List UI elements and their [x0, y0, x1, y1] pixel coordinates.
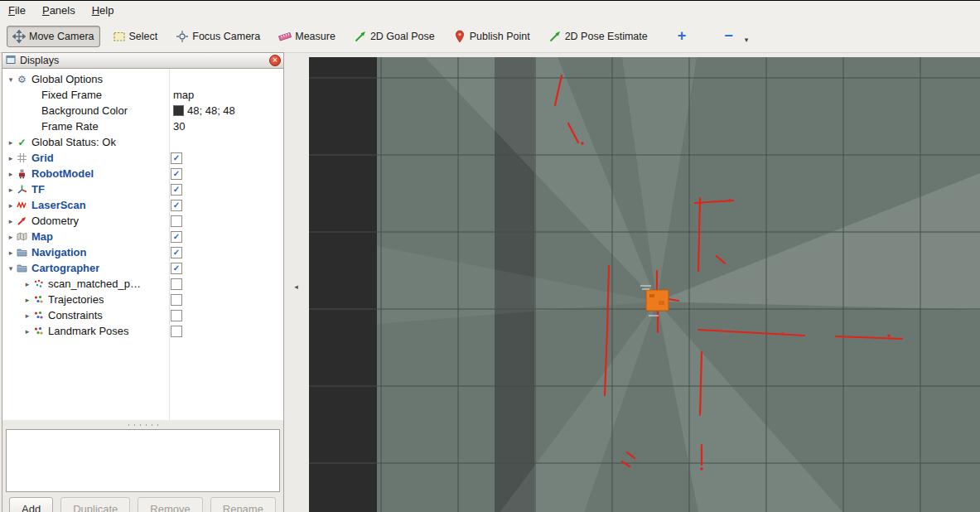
row-label: RobotModel	[31, 167, 94, 180]
tool-label: 2D Pose Estimate	[565, 31, 648, 42]
row-label: Constraints	[48, 309, 103, 321]
expander-icon[interactable]: ▸	[22, 280, 32, 288]
tree-row-scan-matched-points[interactable]: ▸ scan_matched_p…	[2, 276, 283, 292]
tool-select[interactable]: Select	[107, 26, 164, 47]
tree-row-fixed-frame[interactable]: Fixed Frame map	[2, 87, 283, 103]
tree-row-odometry[interactable]: ▸ Odometry	[2, 213, 283, 229]
display-checkbox[interactable]	[171, 278, 182, 290]
expander-icon[interactable]: ▸	[6, 186, 16, 194]
tool-2d-pose-estimate[interactable]: 2D Pose Estimate	[543, 26, 654, 47]
display-checkbox[interactable]: ✓	[171, 152, 182, 164]
menu-help[interactable]: Help	[92, 4, 114, 17]
displays-panel-titlebar[interactable]: Displays ×	[2, 53, 283, 69]
tool-label: 2D Goal Pose	[370, 31, 435, 42]
menu-panels[interactable]: Panels	[42, 4, 75, 17]
odometry-icon	[16, 215, 28, 226]
panel-window-icon	[6, 55, 16, 67]
tree-row-landmark-poses[interactable]: ▸ Landmark Poses	[2, 323, 283, 339]
expander-icon[interactable]: ▸	[6, 249, 16, 257]
folder-icon	[16, 247, 28, 258]
frame-rate-value[interactable]: 30	[173, 118, 185, 134]
tool-label: Measure	[295, 31, 336, 42]
menu-bar: File Panels Help	[0, 1, 980, 21]
row-label: Background Color	[41, 104, 128, 117]
render-viewport[interactable]	[309, 57, 980, 512]
panel-title: Displays	[20, 55, 59, 66]
display-checkbox[interactable]: ✓	[171, 247, 182, 258]
expander-icon[interactable]: ▸	[6, 138, 16, 147]
tree-row-trajectories[interactable]: ▸ Trajectories	[2, 292, 283, 307]
panel-splitter[interactable]	[2, 420, 283, 429]
display-description-box	[6, 429, 280, 492]
expander-icon[interactable]: ▸	[22, 296, 32, 304]
tool-focus-camera[interactable]: Focus Camera	[170, 26, 266, 47]
display-checkbox[interactable]	[171, 294, 182, 306]
row-label: Cartographer	[31, 262, 99, 274]
tree-row-laserscan[interactable]: ▸ LaserScan ✓	[2, 197, 283, 213]
display-checkbox[interactable]: ✓	[171, 200, 182, 211]
tool-2d-goal-pose[interactable]: 2D Goal Pose	[348, 26, 441, 47]
expander-icon[interactable]: ▾	[6, 75, 16, 84]
toolbar-overflow-icon[interactable]: ▾	[745, 36, 749, 44]
remove-tool-button[interactable]: −	[720, 27, 737, 46]
tree-row-robotmodel[interactable]: ▸ RobotModel ✓	[2, 166, 283, 181]
display-checkbox[interactable]	[171, 326, 182, 337]
tree-row-map[interactable]: ▸ Map ✓	[2, 229, 283, 244]
tool-move-camera[interactable]: Move Camera	[7, 26, 100, 47]
expander-icon[interactable]: ▸	[22, 312, 32, 320]
expander-icon[interactable]: ▾	[6, 264, 16, 273]
map-icon	[16, 231, 28, 242]
publish-point-icon	[453, 30, 466, 43]
tool-label: Select	[129, 31, 158, 42]
menu-file[interactable]: File	[8, 4, 26, 17]
expander-icon[interactable]: ▸	[22, 327, 32, 336]
expander-icon[interactable]: ▸	[6, 170, 16, 178]
focus-camera-icon	[176, 30, 189, 43]
tree-row-background-color[interactable]: Background Color 48; 48; 48	[2, 103, 283, 118]
fixed-frame-value[interactable]: map	[173, 87, 194, 103]
displays-tree: ▾ ⚙ Global Options Fixed Frame map Backg…	[2, 69, 283, 420]
dots-icon	[32, 294, 45, 305]
display-checkbox[interactable]: ✓	[171, 168, 182, 180]
tree-row-tf[interactable]: ▸ TF ✓	[2, 181, 283, 197]
tree-row-navigation[interactable]: ▸ Navigation ✓	[2, 244, 283, 260]
expander-icon[interactable]: ▸	[6, 233, 16, 241]
rename-button[interactable]: Rename	[210, 497, 276, 512]
expander-icon[interactable]: ▸	[6, 154, 16, 162]
expander-icon[interactable]: ▸	[6, 217, 16, 225]
row-label: Landmark Poses	[48, 325, 129, 337]
tree-row-global-options[interactable]: ▾ ⚙ Global Options	[2, 71, 283, 87]
select-icon	[113, 30, 126, 43]
row-label: Frame Rate	[41, 120, 99, 133]
dots-icon	[32, 326, 45, 336]
display-checkbox[interactable]: ✓	[171, 231, 182, 243]
tree-row-frame-rate[interactable]: Frame Rate 30	[2, 118, 283, 134]
splitter-collapse-icon[interactable]: ◂	[291, 278, 302, 295]
tree-row-global-status[interactable]: ▸ ✓ Global Status: Ok	[2, 134, 283, 150]
expander-icon[interactable]: ▸	[6, 201, 16, 210]
toolbar: Move Camera Select Focus Camera Measure …	[0, 20, 980, 53]
tree-row-cartographer[interactable]: ▾ Cartographer ✓	[2, 260, 283, 276]
add-tool-button[interactable]: +	[670, 27, 694, 46]
robot-model	[646, 290, 669, 311]
tree-row-constraints[interactable]: ▸ Constraints	[2, 307, 283, 323]
display-checkbox[interactable]: ✓	[171, 263, 182, 274]
tool-measure[interactable]: Measure	[273, 26, 341, 47]
displays-panel: Displays × ▾ ⚙ Global Options Fixed Fram…	[2, 52, 284, 512]
remove-button[interactable]: Remove	[138, 497, 202, 512]
add-button[interactable]: Add	[9, 497, 53, 512]
tf-axes-icon	[16, 184, 28, 195]
background-color-value[interactable]: 48; 48; 48	[173, 103, 235, 118]
dots-icon	[32, 310, 45, 321]
color-value-text: 48; 48; 48	[187, 104, 235, 117]
tool-publish-point[interactable]: Publish Point	[447, 26, 536, 47]
tree-row-grid[interactable]: ▸ Grid ✓	[2, 150, 283, 166]
tool-label: Focus Camera	[192, 31, 260, 42]
display-checkbox[interactable]	[171, 310, 182, 321]
robot-icon	[16, 168, 28, 179]
status-ok-icon: ✓	[16, 137, 28, 147]
close-icon[interactable]: ×	[269, 55, 281, 66]
display-checkbox[interactable]	[171, 215, 182, 227]
display-checkbox[interactable]: ✓	[171, 184, 182, 196]
duplicate-button[interactable]: Duplicate	[60, 497, 130, 512]
